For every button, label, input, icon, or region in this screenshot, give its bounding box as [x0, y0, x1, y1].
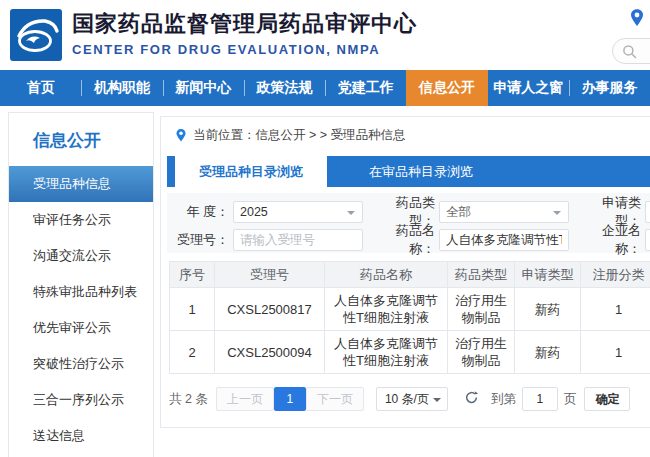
sidebar-item-priority-review[interactable]: 优先审评公示 — [9, 310, 153, 346]
site-title: 国家药品监督管理局药品审评中心 — [72, 10, 417, 38]
sidebar-item-delivery-info[interactable]: 送达信息 — [9, 418, 153, 454]
accept-no-label: 受理号： — [167, 231, 229, 249]
goto-label: 到第 — [491, 391, 516, 408]
drug-name-input[interactable] — [439, 229, 569, 251]
table-row: 1 CXSL2500817 人自体多克隆调节性T细胞注射液 治疗用生物制品 新药… — [170, 288, 650, 331]
year-select[interactable]: 2025 — [233, 201, 363, 223]
nav-item-policy[interactable]: 政策法规 — [244, 70, 325, 106]
company-input[interactable] — [645, 229, 650, 251]
breadcrumb-pin-icon — [175, 128, 187, 143]
drug-type-select[interactable]: 全部 — [439, 201, 569, 223]
cell-acceptance-no: CXSL2500817 — [215, 288, 325, 331]
sidebar-item-review-tasks[interactable]: 审评任务公示 — [9, 202, 153, 238]
nav-item-home[interactable]: 首页 — [0, 70, 81, 106]
search-icon — [622, 44, 637, 59]
drug-type-select-value: 全部 — [446, 204, 471, 221]
breadcrumb: 当前位置：信息公开 > > 受理品种信息 — [175, 127, 406, 144]
sidebar-item-accepted-products[interactable]: 受理品种信息 — [9, 166, 153, 202]
cell-drug-type: 治疗用生物制品 — [448, 331, 515, 374]
cell-apply-type: 新药 — [515, 331, 581, 374]
cell-reg-class: 1 — [581, 331, 650, 374]
col-header-apply-type: 申请类型 — [515, 262, 581, 288]
cell-index: 2 — [170, 331, 215, 374]
accept-no-input[interactable] — [233, 229, 363, 251]
goto-page-input[interactable] — [522, 387, 558, 411]
nav-item-info-disclosure[interactable]: 信息公开 — [406, 70, 487, 106]
cell-drug-name: 人自体多克隆调节性T细胞注射液 — [325, 331, 448, 374]
col-header-drug-type: 药品类型 — [448, 262, 515, 288]
cell-index: 1 — [170, 288, 215, 331]
refresh-icon[interactable] — [464, 390, 479, 408]
page-number-1[interactable]: 1 — [274, 387, 306, 411]
cde-logo — [10, 9, 62, 61]
col-header-index: 序号 — [170, 262, 215, 288]
nav-item-functions[interactable]: 机构职能 — [81, 70, 162, 106]
cell-drug-type: 治疗用生物制品 — [448, 288, 515, 331]
site-search-input[interactable] — [612, 38, 650, 64]
cell-acceptance-no: CXSL2500094 — [215, 331, 325, 374]
apply-type-select[interactable]: 全部 — [645, 201, 650, 223]
table-row: 2 CXSL2500094 人自体多克隆调节性T细胞注射液 治疗用生物制品 新药… — [170, 331, 650, 374]
pagination: 共 2 条 上一页 1 下一页 10 条/页 到第 页 确定 — [169, 387, 630, 411]
tab-accepted-catalog[interactable]: 受理品种目录浏览 — [175, 156, 327, 187]
filter-panel: 年 度： 2025 药品类型： 全部 申请类型： 全部 受理号： 药品名称： 企… — [167, 193, 650, 253]
col-header-drug-name: 药品名称 — [325, 262, 448, 288]
cell-reg-class: 1 — [581, 288, 650, 331]
confirm-button[interactable]: 确定 — [584, 387, 630, 411]
goto-unit: 页 — [564, 391, 577, 408]
company-label: 企业名称： — [579, 222, 641, 258]
main-nav: 首页 机构职能 新闻中心 政策法规 党建工作 信息公开 申请人之窗 办事服务 — [0, 70, 650, 106]
prev-page-button[interactable]: 上一页 — [216, 387, 274, 411]
tab-bar: 受理品种目录浏览 在审品种目录浏览 — [167, 156, 650, 187]
page-size-select[interactable]: 10 条/页 — [376, 387, 448, 411]
nav-item-news[interactable]: 新闻中心 — [163, 70, 244, 106]
cell-drug-name: 人自体多克隆调节性T细胞注射液 — [325, 288, 448, 331]
sidebar: 信息公开 受理品种信息 审评任务公示 沟通交流公示 特殊审批品种列表 优先审评公… — [8, 112, 154, 457]
nav-item-applicant-window[interactable]: 申请人之窗 — [488, 70, 569, 106]
year-select-value: 2025 — [240, 205, 268, 219]
sidebar-item-special-approval[interactable]: 特殊审批品种列表 — [9, 274, 153, 310]
results-table: 序号 受理号 药品名称 药品类型 申请类型 注册分类 1 CXSL2500817… — [169, 261, 650, 374]
nav-item-party[interactable]: 党建工作 — [325, 70, 406, 106]
sidebar-item-breakthrough-therapy[interactable]: 突破性治疗公示 — [9, 346, 153, 382]
col-header-reg-class: 注册分类 — [581, 262, 650, 288]
breadcrumb-text: 当前位置：信息公开 > > 受理品种信息 — [193, 127, 406, 144]
site-subtitle: CENTER FOR DRUG EVALUATION, NMPA — [72, 42, 417, 57]
sidebar-title: 信息公开 — [9, 113, 153, 166]
sidebar-item-communication[interactable]: 沟通交流公示 — [9, 238, 153, 274]
nav-item-services[interactable]: 办事服务 — [569, 70, 650, 106]
sidebar-item-three-in-one[interactable]: 三合一序列公示 — [9, 382, 153, 418]
tab-under-review-catalog[interactable]: 在审品种目录浏览 — [341, 156, 501, 187]
cell-apply-type: 新药 — [515, 288, 581, 331]
col-header-acceptance-no: 受理号 — [215, 262, 325, 288]
location-pin-icon[interactable] — [629, 8, 645, 28]
table-header-row: 序号 受理号 药品名称 药品类型 申请类型 注册分类 — [170, 262, 650, 288]
next-page-button[interactable]: 下一页 — [306, 387, 364, 411]
year-label: 年 度： — [167, 203, 229, 221]
site-header: 国家药品监督管理局药品审评中心 CENTER FOR DRUG EVALUATI… — [0, 0, 650, 70]
main-panel: 当前位置：信息公开 > > 受理品种信息 受理品种目录浏览 在审品种目录浏览 年… — [160, 116, 650, 428]
drug-name-label: 药品名称： — [373, 222, 435, 258]
total-count: 共 2 条 — [169, 391, 208, 408]
